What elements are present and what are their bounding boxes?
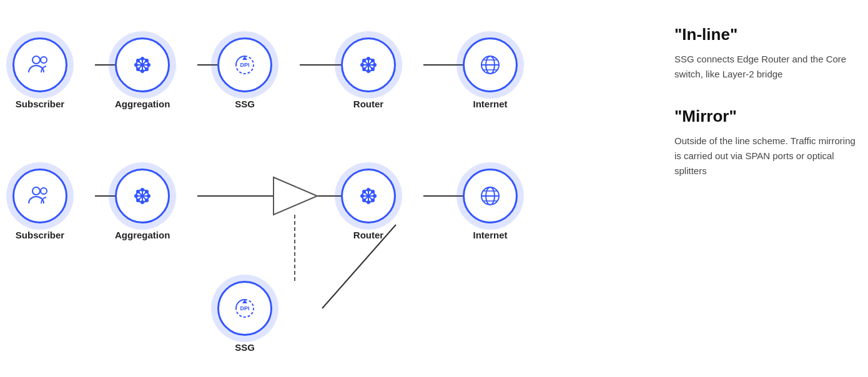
svg-point-66 bbox=[367, 188, 370, 192]
svg-point-68 bbox=[360, 194, 364, 198]
internet-1-circle bbox=[463, 37, 518, 92]
svg-point-23 bbox=[145, 67, 149, 71]
inline-block: "In-line" SSG connects Edge Router and t… bbox=[674, 25, 856, 82]
main-container: Subscriber bbox=[0, 0, 868, 377]
router-2-node: Router bbox=[341, 169, 396, 240]
svg-point-40 bbox=[362, 67, 366, 71]
aggregation-2-circle bbox=[115, 169, 170, 223]
aggregation-2-label: Aggregation bbox=[115, 230, 170, 240]
text-panel: "In-line" SSG connects Edge Router and t… bbox=[656, 25, 856, 179]
subscriber-2-label: Subscriber bbox=[16, 230, 64, 240]
svg-point-38 bbox=[371, 67, 375, 71]
subscriber-2-node: Subscriber bbox=[12, 169, 67, 240]
svg-point-12 bbox=[41, 57, 47, 63]
svg-point-60 bbox=[136, 198, 140, 202]
ssg-1-node: DPI SSG bbox=[217, 37, 272, 109]
mirror-title: "Mirror" bbox=[674, 107, 856, 126]
svg-point-58 bbox=[145, 198, 149, 202]
aggregation-2-node: Aggregation bbox=[115, 169, 170, 240]
aggregation-1-label: Aggregation bbox=[115, 99, 170, 109]
svg-point-67 bbox=[367, 200, 370, 204]
router-2-label: Router bbox=[353, 230, 383, 240]
subscriber-1-circle bbox=[12, 37, 67, 92]
svg-point-39 bbox=[371, 59, 375, 62]
svg-point-69 bbox=[373, 194, 377, 198]
subscriber-2-circle bbox=[12, 169, 67, 223]
router-1-node: Router bbox=[341, 37, 396, 109]
subscriber-1-node: Subscriber bbox=[12, 37, 67, 109]
svg-point-33 bbox=[367, 57, 370, 61]
svg-point-54 bbox=[141, 200, 144, 204]
svg-point-35 bbox=[360, 63, 364, 67]
svg-point-19 bbox=[141, 69, 144, 73]
svg-point-25 bbox=[136, 67, 140, 71]
svg-point-24 bbox=[145, 59, 149, 62]
subscriber-1-label: Subscriber bbox=[16, 99, 64, 109]
svg-marker-8 bbox=[274, 177, 317, 215]
ssg-2-label: SSG bbox=[235, 342, 255, 353]
svg-point-37 bbox=[362, 59, 366, 62]
svg-point-20 bbox=[134, 63, 138, 67]
router-1-circle bbox=[341, 37, 396, 92]
connections-svg bbox=[12, 12, 656, 365]
diagram-area: Subscriber bbox=[12, 12, 656, 365]
svg-point-59 bbox=[145, 190, 149, 193]
svg-point-72 bbox=[371, 190, 375, 193]
svg-text:DPI: DPI bbox=[240, 62, 249, 68]
svg-point-21 bbox=[147, 63, 150, 67]
svg-point-70 bbox=[362, 190, 366, 193]
internet-2-label: Internet bbox=[473, 230, 507, 240]
inline-title: "In-line" bbox=[674, 25, 856, 44]
aggregation-1-node: Aggregation bbox=[115, 37, 170, 109]
svg-point-73 bbox=[362, 198, 366, 202]
svg-point-11 bbox=[32, 56, 40, 64]
ssg-1-label: SSG bbox=[235, 99, 255, 109]
svg-text:DPI: DPI bbox=[240, 305, 249, 311]
ssg-2-node: DPI SSG bbox=[217, 281, 272, 353]
internet-2-node: Internet bbox=[463, 169, 518, 240]
svg-point-18 bbox=[141, 57, 144, 61]
ssg-1-circle: DPI bbox=[217, 37, 272, 92]
internet-2-circle bbox=[463, 169, 518, 223]
aggregation-1-circle bbox=[115, 37, 170, 92]
router-1-label: Router bbox=[353, 99, 383, 109]
router-2-circle bbox=[341, 169, 396, 223]
svg-point-53 bbox=[141, 188, 144, 192]
internet-1-label: Internet bbox=[473, 99, 507, 109]
svg-point-47 bbox=[41, 188, 47, 194]
svg-point-57 bbox=[136, 190, 140, 193]
svg-point-36 bbox=[373, 63, 377, 67]
svg-point-46 bbox=[32, 187, 40, 195]
inline-description: SSG connects Edge Router and the Core sw… bbox=[674, 52, 856, 82]
ssg-2-circle: DPI bbox=[217, 281, 272, 336]
svg-point-55 bbox=[134, 194, 138, 198]
svg-point-34 bbox=[367, 69, 370, 73]
mirror-block: "Mirror" Outside of the line scheme. Tra… bbox=[674, 107, 856, 179]
svg-point-22 bbox=[136, 59, 140, 62]
svg-point-71 bbox=[371, 198, 375, 202]
svg-point-56 bbox=[147, 194, 150, 198]
mirror-description: Outside of the line scheme. Traffic mirr… bbox=[674, 134, 856, 179]
internet-1-node: Internet bbox=[463, 37, 518, 109]
